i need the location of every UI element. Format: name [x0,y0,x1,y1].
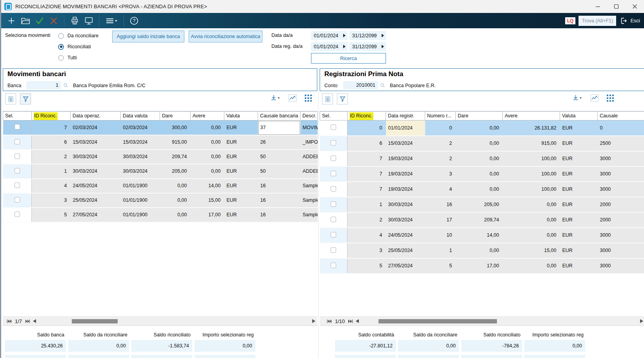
filter-button[interactable] [337,93,348,104]
row-checkbox[interactable] [15,124,20,130]
new-button[interactable] [4,14,18,27]
filter-button[interactable] [20,93,31,104]
search-icon[interactable] [62,82,69,89]
column-header[interactable]: Avere [503,111,560,121]
row-checkbox[interactable] [331,247,336,253]
list-view-button[interactable] [322,93,333,104]
grid-view-button[interactable] [607,95,614,102]
row-checkbox[interactable] [15,183,20,188]
column-header[interactable]: ID Riconc. [32,111,71,121]
row-checkbox[interactable] [331,140,336,146]
maximize-button[interactable] [607,0,626,13]
horizontal-scrollbar[interactable] [362,319,637,324]
calendar-arrow-icon[interactable] [341,45,347,48]
last-page-button[interactable] [24,319,32,323]
table-row[interactable]: 130/03/202416205,000,00EUR2000 [320,197,644,212]
table-row[interactable]: 325/05/202401/01/19000,0015,00EUR16Sampl… [3,193,318,208]
cancel-button[interactable] [47,14,61,27]
scroll-right-button[interactable] [639,319,644,323]
open-folder-button[interactable] [18,14,33,27]
search-button[interactable]: Ricerca [311,53,386,64]
causale-edit-cell[interactable]: 37 [258,121,300,135]
scroll-right-button[interactable] [311,319,317,323]
first-page-button[interactable] [325,319,333,323]
date-to-field[interactable]: 31/12/2099 [349,31,386,40]
table-row[interactable]: 615/03/202420,00915,00EUR2500 [320,136,644,151]
row-checkbox[interactable] [15,139,20,144]
column-header[interactable]: Causale [598,111,644,121]
column-header[interactable]: ID Riconc. [347,111,386,121]
calendar-arrow-icon[interactable] [379,45,386,48]
chart-button[interactable] [288,94,297,102]
account-code-field[interactable]: 2010001 [343,81,378,90]
radio-option-tutti[interactable]: Tutti [58,53,98,62]
column-header[interactable]: Sel. [3,111,32,121]
column-header[interactable]: Dare [160,111,191,121]
table-row[interactable]: 424/05/20241014,000,00EUR3000 [320,228,644,243]
row-checkbox[interactable] [15,168,20,174]
chart-button[interactable] [590,94,599,102]
table-row[interactable]: 001/01/202400,0026.131,82EUR0 [320,121,644,136]
table-row[interactable]: 325/05/202410,0015,00EUR3000 [320,243,644,258]
row-checkbox[interactable] [331,186,336,192]
print-button[interactable] [67,14,82,27]
column-header[interactable]: Descr. [300,111,318,121]
row-checkbox[interactable] [15,153,20,159]
search-icon[interactable] [379,82,386,89]
calendar-arrow-icon[interactable] [379,34,386,37]
scroll-left-button[interactable] [355,319,360,323]
date-from-field[interactable]: 01/01/2024 [311,31,347,40]
date-highlight-cell[interactable]: 01/01/2024 [386,121,425,136]
date-reg-from-field[interactable]: 01/01/2024 [311,42,347,51]
export-button[interactable] [572,94,582,102]
exit-button[interactable]: Esci [619,16,640,25]
column-header[interactable]: Numero r... [425,111,456,121]
table-row[interactable]: 424/05/202401/01/19000,0014,00EUR16Sampl… [3,179,318,193]
row-checkbox[interactable] [331,124,336,130]
table-row[interactable]: 527/05/202401/01/19000,0017,00EUR16Sampl… [3,208,318,222]
row-checkbox[interactable] [331,171,336,176]
column-header[interactable]: Data registr. [386,111,425,121]
grid-view-button[interactable] [305,95,312,102]
minimize-button[interactable] [589,0,607,13]
row-checkbox[interactable] [331,217,336,222]
horizontal-scrollbar[interactable] [39,319,309,324]
list-view-button[interactable] [5,93,16,104]
table-row[interactable]: 130/03/202430/03/2024205,000,00EUR50ADDE… [3,164,318,179]
help-button[interactable]: ? [127,14,141,27]
column-header[interactable]: Avere [191,111,224,121]
scrollbar-thumb[interactable] [378,319,497,323]
table-row[interactable]: 702/03/202402/03/2024300,000,00EUR37MOVI… [3,121,318,135]
table-row[interactable]: 527/05/2024517,000,00EUR3000 [320,258,644,274]
radio-icon[interactable] [58,55,64,61]
close-button[interactable] [626,0,644,13]
column-header[interactable]: Data operaz. [71,111,121,121]
calendar-arrow-icon[interactable] [341,34,347,37]
row-checkbox[interactable] [331,201,336,207]
menu-button[interactable] [102,14,120,27]
auto-reconcile-button[interactable]: Avvia riconciliazione automatica [189,31,262,42]
row-checkbox[interactable] [331,155,336,161]
row-checkbox[interactable] [15,212,20,217]
radio-option-riconciliati[interactable]: Riconciliati [58,42,98,51]
column-header[interactable]: Dare [456,111,503,121]
table-row[interactable]: 230/03/202430/03/2024209,740,00EUR50ADDE… [3,150,318,164]
last-page-button[interactable] [346,319,355,323]
scroll-left-button[interactable] [32,319,38,323]
table-row[interactable]: 615/03/202415/03/2024915,000,00EUR26_IMP… [3,135,318,150]
add-initial-balance-button[interactable]: Aggiungi saldo iniziale banca [112,31,184,42]
scrollbar-thumb[interactable] [72,319,118,323]
preview-button[interactable] [82,14,96,27]
confirm-button[interactable] [33,14,47,27]
column-header[interactable]: Valuta [560,111,598,121]
first-page-button[interactable] [5,319,13,323]
find-input[interactable]: Trova (Alt+F1) [579,16,616,26]
table-row[interactable]: 719/03/202440,00100,00EUR3000 [320,182,644,197]
table-row[interactable]: 230/03/202417209,740,00EUR2000 [320,212,644,228]
radio-icon[interactable] [58,44,64,50]
row-checkbox[interactable] [331,232,336,237]
row-checkbox[interactable] [331,263,336,268]
table-row[interactable]: 719/03/202420,00100,00EUR3000 [320,151,644,166]
bank-code-field[interactable]: 1 [26,81,61,90]
radio-option-da-riconciliare[interactable]: Da riconciliare [58,31,98,40]
